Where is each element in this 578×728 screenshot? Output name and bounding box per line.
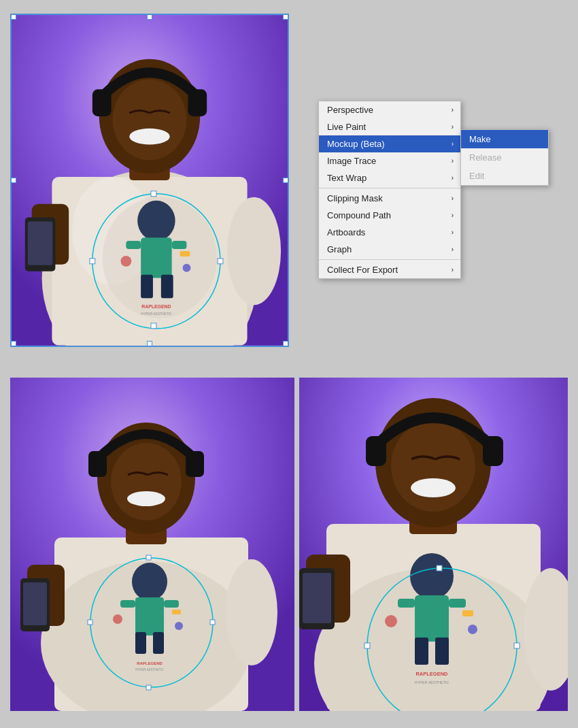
- menu-divider-2: [319, 259, 460, 260]
- bottom-right-canvas: RAPLEGEND HYPER AESTHETIC: [299, 378, 568, 711]
- svg-rect-74: [415, 595, 449, 642]
- menu-item-graph[interactable]: Graph ›: [319, 241, 460, 258]
- svg-rect-9: [188, 89, 207, 116]
- svg-point-23: [120, 256, 131, 267]
- top-image-svg: RAPLEGEND HYPER AESTHETIC: [12, 15, 288, 346]
- arrow-icon: ›: [452, 266, 454, 274]
- handle-bottom-right[interactable]: [283, 341, 288, 346]
- menu-item-clipping-mask[interactable]: Clipping Mask ›: [319, 190, 460, 207]
- svg-point-82: [468, 625, 477, 634]
- svg-rect-77: [398, 599, 415, 608]
- bottom-left-image-bg: RAPLEGEND HYPER AESTHETIC: [10, 378, 294, 711]
- submenu-mockup-beta: Make Release Edit: [460, 129, 549, 186]
- menu-item-artboards[interactable]: Artboards ›: [319, 224, 460, 241]
- svg-rect-42: [23, 582, 47, 625]
- handle-middle-right[interactable]: [283, 178, 288, 183]
- svg-point-7: [129, 129, 169, 145]
- svg-rect-25: [180, 251, 190, 257]
- arrow-icon: ›: [452, 140, 454, 148]
- svg-rect-38: [88, 451, 107, 477]
- svg-rect-20: [172, 241, 187, 249]
- svg-point-65: [391, 420, 475, 512]
- svg-text:HYPER AESTHETIC: HYPER AESTHETIC: [414, 680, 449, 684]
- arrow-icon: ›: [452, 123, 454, 131]
- handle-top-middle[interactable]: [147, 14, 152, 20]
- menu-divider-1: [319, 188, 460, 188]
- handle-middle-left[interactable]: [11, 178, 16, 183]
- bottom-left-canvas: RAPLEGEND HYPER AESTHETIC: [10, 378, 294, 711]
- submenu-item-release[interactable]: Release: [461, 148, 548, 167]
- svg-rect-71: [303, 573, 331, 623]
- svg-rect-59: [210, 620, 215, 625]
- svg-point-43: [226, 559, 277, 665]
- svg-rect-75: [415, 638, 428, 665]
- svg-point-24: [183, 264, 191, 272]
- svg-rect-56: [146, 555, 151, 560]
- svg-rect-17: [141, 275, 153, 299]
- svg-rect-27: [151, 191, 156, 197]
- menu-item-text-wrap[interactable]: Text Wrap ›: [319, 169, 460, 186]
- svg-rect-78: [449, 599, 466, 608]
- svg-rect-28: [151, 323, 156, 329]
- svg-point-52: [113, 614, 122, 624]
- svg-point-36: [111, 443, 182, 520]
- svg-point-81: [385, 615, 397, 627]
- svg-rect-48: [120, 600, 135, 608]
- svg-rect-68: [483, 436, 503, 466]
- menu-item-mockup-beta[interactable]: Mockup (Beta) ›: [319, 135, 460, 152]
- menu-item-perspective[interactable]: Perspective ›: [319, 101, 460, 118]
- submenu-item-make[interactable]: Make: [461, 130, 548, 148]
- svg-text:HYPER AESTHETIC: HYPER AESTHETIC: [141, 312, 172, 316]
- svg-rect-8: [92, 89, 112, 116]
- svg-rect-47: [153, 632, 164, 654]
- svg-rect-39: [186, 451, 204, 477]
- svg-rect-57: [146, 685, 151, 690]
- svg-rect-16: [141, 237, 172, 278]
- svg-rect-12: [28, 221, 53, 265]
- arrow-icon: ›: [452, 157, 454, 165]
- menu-item-compound-path[interactable]: Compound Path ›: [319, 207, 460, 224]
- svg-point-15: [137, 201, 175, 241]
- bottom-right-image-bg: RAPLEGEND HYPER AESTHETIC: [299, 378, 568, 711]
- svg-rect-18: [161, 275, 173, 299]
- menu-item-image-trace[interactable]: Image Trace ›: [319, 152, 460, 169]
- menu-item-live-paint[interactable]: Live Paint ›: [319, 118, 460, 135]
- svg-rect-88: [514, 643, 520, 648]
- arrow-icon: ›: [452, 174, 454, 182]
- svg-text:RAPLEGEND: RAPLEGEND: [137, 661, 163, 665]
- svg-rect-45: [135, 597, 164, 635]
- arrow-icon: ›: [452, 212, 454, 219]
- svg-point-73: [410, 553, 454, 599]
- handle-bottom-middle[interactable]: [147, 341, 152, 346]
- svg-rect-58: [88, 620, 92, 625]
- svg-rect-49: [164, 600, 179, 608]
- svg-text:RAPLEGEND: RAPLEGEND: [141, 304, 171, 309]
- handle-top-left[interactable]: [11, 14, 16, 20]
- svg-rect-67: [366, 436, 386, 466]
- top-image-box: RAPLEGEND HYPER AESTHETIC: [10, 14, 289, 347]
- svg-point-13: [227, 197, 281, 305]
- menu-item-collect-for-export[interactable]: Collect For Export ›: [319, 261, 460, 278]
- svg-rect-87: [364, 643, 370, 648]
- svg-text:HYPER AESTHETIC: HYPER AESTHETIC: [135, 668, 165, 672]
- handle-bottom-left[interactable]: [11, 341, 16, 346]
- arrow-icon: ›: [452, 229, 454, 236]
- top-canvas-image: RAPLEGEND HYPER AESTHETIC: [10, 14, 289, 347]
- svg-point-37: [127, 491, 165, 506]
- svg-point-6: [113, 79, 187, 160]
- svg-rect-19: [126, 241, 141, 249]
- svg-rect-85: [437, 565, 442, 571]
- bottom-right-svg: RAPLEGEND HYPER AESTHETIC: [299, 378, 568, 711]
- svg-rect-76: [435, 638, 449, 665]
- bottom-left-svg: RAPLEGEND HYPER AESTHETIC: [10, 378, 294, 711]
- submenu-item-edit[interactable]: Edit: [461, 167, 548, 185]
- svg-text:RAPLEGEND: RAPLEGEND: [415, 671, 448, 677]
- svg-point-53: [175, 622, 183, 630]
- svg-point-66: [411, 478, 456, 497]
- handle-top-right[interactable]: [283, 14, 288, 20]
- svg-rect-30: [218, 259, 223, 264]
- arrow-icon: ›: [452, 246, 454, 253]
- arrow-icon: ›: [452, 195, 454, 202]
- svg-rect-46: [135, 632, 146, 654]
- context-menu: Perspective › Live Paint › Mockup (Beta)…: [318, 101, 461, 279]
